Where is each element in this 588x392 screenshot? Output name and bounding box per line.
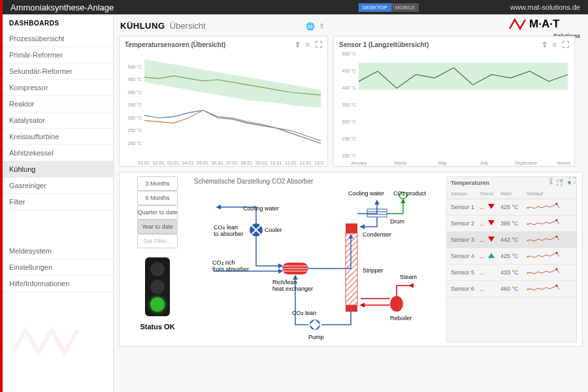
svg-text:08.01.: 08.01. [241, 161, 254, 165]
export-icon[interactable]: ⇪ [542, 41, 547, 49]
sidebar-item-kompressor[interactable]: Kompressor [3, 80, 113, 96]
svg-text:03.01.: 03.01. [167, 161, 180, 165]
expand-icon[interactable]: ⛶ [562, 41, 569, 49]
light-green [150, 297, 165, 312]
svg-point-75 [556, 285, 558, 287]
light-yellow [150, 280, 165, 294]
filter-year-to-date[interactable]: Year to date [137, 220, 178, 234]
svg-text:450 °C: 450 °C [342, 69, 356, 73]
sidebar-item-prozessübersicht[interactable]: Prozessübersicht [3, 31, 113, 47]
temp-row[interactable]: Sensor 4... 425 °C [447, 248, 576, 265]
sidebar: DASHBOARDS ProzessübersichtPrimär-Reform… [3, 14, 114, 392]
svg-text:M·A·T: M·A·T [529, 18, 560, 30]
sidebar-item-sekundär-reformer[interactable]: Sekundär-Reformer [3, 63, 113, 80]
sidebar-item-kühlung[interactable]: Kühlung [3, 161, 113, 178]
svg-text:Pump: Pump [308, 334, 324, 340]
svg-text:July: July [480, 161, 489, 166]
svg-text:09.01.: 09.01. [255, 161, 269, 165]
sidebar-item-katalysator[interactable]: Katalysator [3, 112, 113, 129]
svg-text:01.01.: 01.01. [138, 161, 151, 165]
app-title: Ammoniaksynthese-Anlage [10, 3, 359, 12]
svg-text:November: November [557, 161, 570, 165]
sidebar-footer-hilfe/informationen[interactable]: Hilfe/Informationen [3, 276, 113, 292]
sidebar-footer-meldesystem[interactable]: Meldesystem [3, 243, 113, 259]
svg-text:Rich/leanheat exchanger: Rich/leanheat exchanger [272, 279, 313, 292]
svg-rect-41 [346, 223, 357, 233]
traffic-light [145, 257, 170, 316]
expand-icon[interactable]: ⛶ [315, 41, 322, 49]
sidebar-item-gasreiniger[interactable]: Gasreiniger [3, 178, 113, 194]
chart-sensor1-long: Sensor 1 (Langzeitübersicht) ⇪≡⛶ 200 °C2… [333, 36, 575, 167]
svg-text:May: May [438, 161, 447, 166]
settings-icon[interactable]: ≡ [553, 41, 557, 49]
svg-text:Cooler: Cooler [265, 227, 282, 233]
svg-text:Condenser: Condenser [363, 231, 391, 238]
svg-text:Drum: Drum [390, 218, 404, 225]
svg-text:450 °C: 450 °C [128, 77, 142, 82]
sidebar-item-kreislaufturbine[interactable]: Kreislaufturbine [3, 129, 113, 145]
settings-icon[interactable]: ≡ [306, 41, 310, 49]
svg-text:300 °C: 300 °C [342, 120, 356, 124]
svg-point-66 [527, 223, 529, 225]
temp-row[interactable]: Sensor 1... 425 °C [447, 199, 576, 216]
filter-6-months[interactable]: 6 Months [137, 191, 178, 205]
svg-text:400 °C: 400 °C [342, 86, 356, 90]
content-area: M·A·T Solutions KÜHLUNG Übersicht 🌐 ⇪ Te… [114, 14, 588, 392]
svg-point-72 [527, 272, 529, 274]
svg-point-68 [527, 240, 529, 242]
diagram-title: Schematische Darstellung CO2 Absorber [194, 176, 442, 188]
filter-set-filter...[interactable]: Set Filter... [137, 234, 178, 248]
temp-row[interactable]: Sensor 3... 442 °C [447, 232, 576, 248]
topbar: Ammoniaksynthese-Anlage DESKTOP MOBILE w… [0, 0, 588, 14]
settings-icon[interactable]: ≡ [559, 176, 563, 185]
svg-point-65 [556, 203, 558, 205]
svg-text:September: September [515, 161, 538, 166]
mobile-toggle[interactable]: MOBILE [391, 3, 419, 12]
svg-text:02.01.: 02.01. [153, 161, 166, 165]
expand-icon[interactable]: ⛶ [568, 176, 576, 185]
sidebar-footer-einstellungen[interactable]: Einstellungen [3, 259, 113, 276]
svg-text:11.01.: 11.01. [285, 161, 298, 165]
svg-rect-43 [346, 305, 357, 312]
svg-text:CO₂ lean: CO₂ lean [292, 310, 316, 316]
temp-cols: SensorTrendWertVerlauf [447, 189, 576, 199]
filter-3-months[interactable]: 3 Months [137, 176, 178, 191]
svg-point-70 [527, 256, 529, 258]
chart1-svg: 200 °C250 °C300 °C350 °C400 °C450 °C500 … [125, 52, 323, 167]
svg-text:250 °C: 250 °C [342, 137, 356, 141]
export-icon[interactable]: ⇪ [548, 176, 554, 185]
svg-text:12.01.: 12.01. [300, 161, 313, 165]
svg-point-67 [556, 220, 558, 221]
svg-point-48 [390, 296, 403, 312]
status-label: Status OK [140, 323, 174, 331]
filter-quarter-to-date[interactable]: Quarter to date [137, 205, 178, 220]
temp-title: Temperaturen [451, 180, 489, 186]
share-icon[interactable]: ⇪ [319, 22, 325, 30]
temp-row[interactable]: Sensor 5... 433 °C [447, 265, 576, 281]
svg-text:March: March [394, 161, 407, 165]
sidebar-item-abhitzekessel[interactable]: Abhitzekessel [3, 145, 113, 161]
site-url: www.mat-solutions.de [510, 3, 580, 11]
light-red [150, 262, 165, 276]
temp-row[interactable]: Sensor 2... 395 °C [447, 216, 576, 232]
svg-text:CO₂ richfrom absorber: CO₂ richfrom absorber [212, 259, 249, 272]
svg-text:10.01.: 10.01. [270, 161, 284, 165]
sidebar-item-filter[interactable]: Filter [3, 194, 113, 210]
svg-text:Steam: Steam [400, 274, 417, 280]
svg-text:350 °C: 350 °C [128, 103, 142, 107]
export-icon[interactable]: ⇪ [295, 41, 301, 49]
svg-text:06.01.: 06.01. [212, 161, 225, 165]
svg-point-64 [527, 207, 529, 209]
svg-text:CO₂ product: CO₂ product [393, 190, 427, 197]
svg-text:Stripper: Stripper [363, 267, 384, 274]
svg-point-71 [556, 252, 558, 254]
desktop-toggle[interactable]: DESKTOP [359, 3, 391, 12]
temp-row[interactable]: Sensor 6... 460 °C [447, 281, 576, 297]
temperature-table: Temperaturen ≡⛶▼ SensorTrendWertVerlauf … [446, 176, 577, 342]
view-toggle: DESKTOP MOBILE [359, 3, 419, 12]
svg-text:January: January [351, 161, 367, 166]
globe-icon[interactable]: 🌐 [306, 22, 315, 30]
sidebar-item-primär-reformer[interactable]: Primär-Reformer [3, 47, 113, 63]
sidebar-item-reaktor[interactable]: Reaktor [3, 96, 113, 112]
bg-logo-icon [9, 320, 88, 366]
